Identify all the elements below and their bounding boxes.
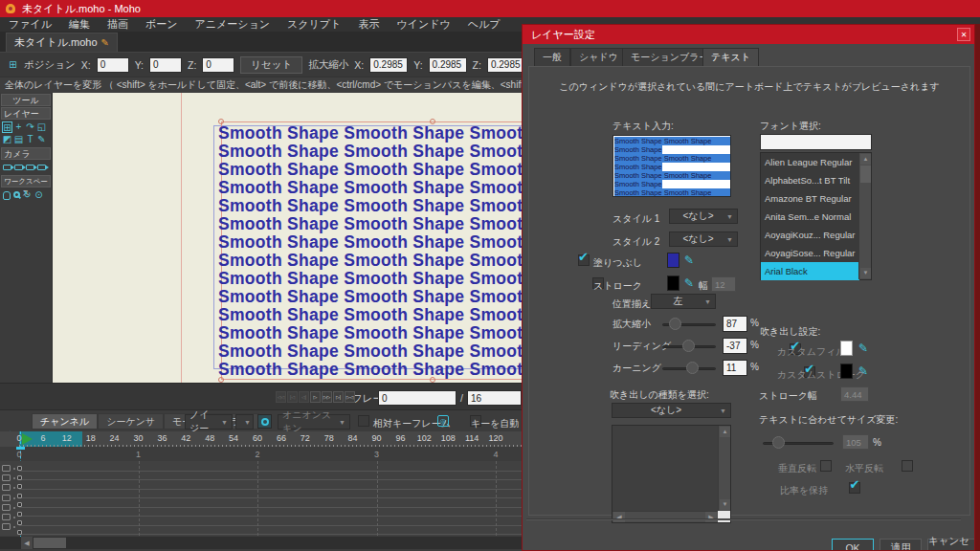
position-y-input[interactable]: 0 bbox=[149, 57, 182, 73]
transform-tool-button[interactable]: ⊞ bbox=[2, 121, 12, 133]
keyframe-marker[interactable] bbox=[17, 466, 22, 471]
leading-slider-knob[interactable] bbox=[682, 340, 695, 352]
artboard-canvas[interactable]: Smooth Shape Smooth Shape Smooth ShapeSm… bbox=[53, 93, 522, 383]
scale-y-input[interactable]: 0.2985 bbox=[429, 57, 467, 73]
rotate-tool-button[interactable]: ↷ bbox=[25, 121, 35, 133]
scroll-up-icon[interactable]: ▲ bbox=[720, 427, 730, 437]
keyframe-marker[interactable] bbox=[17, 484, 22, 489]
fit-slider-knob[interactable] bbox=[772, 436, 785, 449]
menu-item-ファイル[interactable]: ファイル bbox=[0, 17, 60, 32]
balloon-preview-listbox[interactable]: ▲ ▼ ◀ ▶ bbox=[612, 425, 731, 523]
document-tab[interactable]: 未タイトル.moho ✎ bbox=[6, 33, 118, 52]
draw-tool-button[interactable]: ✎ bbox=[36, 134, 47, 145]
fill-style-pen-icon[interactable]: ✎ bbox=[684, 253, 694, 267]
leading-input[interactable]: -37 bbox=[723, 338, 747, 354]
scroll-down-icon[interactable]: ▼ bbox=[720, 499, 730, 510]
custom-fill-pen-icon[interactable]: ✎ bbox=[858, 342, 868, 355]
current-frame-input[interactable]: 0 bbox=[378, 390, 457, 406]
scroll-left-icon[interactable]: ◀ bbox=[21, 537, 33, 549]
font-list-item[interactable]: Arial Black bbox=[761, 262, 859, 280]
menu-item-ヘルプ[interactable]: ヘルプ bbox=[459, 17, 509, 32]
camera-roll-tool-icon[interactable] bbox=[26, 165, 34, 170]
noise-interpolation-dropdown[interactable]: ノイジー▼ bbox=[185, 414, 233, 430]
custom-fill-swatch[interactable] bbox=[840, 341, 853, 356]
keyframe-marker[interactable] bbox=[17, 520, 22, 525]
step-forward-button[interactable]: ▷▷ bbox=[322, 391, 332, 403]
tab-text[interactable]: テキスト bbox=[702, 48, 759, 67]
keyframe-marker[interactable] bbox=[17, 494, 22, 498]
interpolation-mini-dropdown[interactable]: ▼ bbox=[235, 414, 254, 430]
vertical-flip-checkbox[interactable] bbox=[820, 460, 832, 472]
fill-checkbox[interactable]: ✔ bbox=[578, 254, 590, 266]
camera-zoom-tool-icon[interactable] bbox=[14, 165, 23, 170]
custom-stroke-swatch[interactable] bbox=[840, 364, 853, 379]
stroke-style-pen-icon[interactable]: ✎ bbox=[684, 276, 694, 290]
next-keyframe-button[interactable]: ▷| bbox=[333, 391, 344, 403]
apply-button[interactable]: 適用 bbox=[880, 539, 922, 551]
keyframe-marker[interactable] bbox=[17, 530, 22, 535]
balloon-list-hscrollbar[interactable]: ◀ ▶ bbox=[612, 511, 718, 522]
tab-general[interactable]: 一般 bbox=[534, 48, 570, 67]
orbit-view-tool-icon[interactable]: ⊙ bbox=[33, 189, 44, 201]
text-scale-slider-knob[interactable] bbox=[669, 318, 681, 330]
loop-button[interactable]: ▷◁ bbox=[345, 391, 355, 403]
fill-color-swatch[interactable] bbox=[667, 253, 679, 268]
tab-shadow[interactable]: シャドウ bbox=[570, 48, 627, 67]
position-z-input[interactable]: 0 bbox=[202, 57, 234, 73]
relative-keyframe-checkbox[interactable] bbox=[358, 415, 369, 427]
cycle-keyframe-button[interactable] bbox=[257, 414, 272, 429]
timeline-horizontal-scrollbar[interactable]: ◀ bbox=[0, 537, 522, 549]
scroll-down-icon[interactable]: ▼ bbox=[860, 268, 871, 278]
balloon-list-scrollbar[interactable]: ▲ ▼ bbox=[718, 426, 730, 511]
step-back-button[interactable]: ◁| bbox=[299, 391, 309, 403]
font-list-item[interactable]: AoyagiKouz... Regular bbox=[761, 226, 859, 244]
scrollbar-thumb[interactable] bbox=[33, 538, 66, 548]
ok-button[interactable]: OK bbox=[832, 539, 874, 551]
font-list-item[interactable]: AoyagiSose... Regular bbox=[761, 244, 859, 262]
onion-skin-dropdown[interactable]: オニオンスキン▼ bbox=[278, 414, 350, 430]
font-search-input[interactable] bbox=[760, 134, 872, 150]
tab-sequencer[interactable]: シーケンサ bbox=[98, 413, 164, 430]
scale-x-input[interactable]: 0.2985 bbox=[369, 57, 408, 73]
zoom-tool-icon[interactable] bbox=[13, 191, 20, 198]
menu-item-ボーン[interactable]: ボーン bbox=[137, 17, 187, 32]
position-reset-button[interactable]: リセット bbox=[240, 56, 302, 74]
keyframe-marker[interactable] bbox=[17, 475, 22, 480]
menu-item-ウインドウ[interactable]: ウインドウ bbox=[388, 17, 458, 32]
close-icon[interactable]: ✕ bbox=[957, 28, 970, 41]
tab-channels[interactable]: チャンネル bbox=[32, 413, 98, 430]
menu-item-描画[interactable]: 描画 bbox=[99, 17, 137, 32]
channels-area[interactable] bbox=[0, 461, 522, 536]
kerning-slider-knob[interactable] bbox=[686, 362, 699, 374]
font-list-item[interactable]: AlphabetSo...t BT Tilt bbox=[761, 171, 859, 189]
camera-track-tool-icon[interactable] bbox=[3, 165, 11, 170]
horizontal-flip-checkbox[interactable] bbox=[902, 460, 913, 472]
scroll-up-icon[interactable]: ▲ bbox=[860, 154, 871, 165]
stroke-color-swatch[interactable] bbox=[667, 276, 679, 291]
menu-item-編集[interactable]: 編集 bbox=[60, 17, 99, 32]
keyframe-marker[interactable] bbox=[17, 512, 22, 517]
custom-stroke-pen-icon[interactable]: ✎ bbox=[858, 364, 868, 378]
style1-dropdown[interactable]: <なし>▼ bbox=[669, 209, 738, 224]
keep-ratio-checkbox[interactable]: ✔ bbox=[849, 482, 860, 494]
font-list-item[interactable]: Amazone BT Regular bbox=[761, 189, 859, 208]
text-scale-input[interactable]: 87 bbox=[723, 316, 747, 332]
layers-tool-button[interactable]: ▤ bbox=[13, 134, 24, 145]
pan-tool-icon[interactable] bbox=[3, 191, 11, 200]
previous-keyframe-button[interactable]: |◁ bbox=[287, 391, 298, 403]
text-input-area[interactable]: Smooth Shape Smooth ShapeSmooth ShapeSmo… bbox=[612, 135, 731, 197]
scroll-left-icon[interactable]: ◀ bbox=[613, 512, 625, 522]
rotate-view-tool-icon[interactable]: ↻ bbox=[22, 189, 33, 201]
align-dropdown[interactable]: 左▼ bbox=[651, 294, 716, 309]
scale-z-input[interactable]: 0.2985 bbox=[487, 57, 525, 73]
style2-dropdown[interactable]: <なし>▼ bbox=[669, 231, 738, 247]
font-list-scrollbar[interactable]: ▲ ▼ bbox=[858, 153, 871, 279]
font-list-item[interactable]: Anita Sem...e Normal bbox=[761, 208, 859, 226]
cancel-button[interactable]: キャンセル bbox=[927, 539, 975, 551]
position-x-input[interactable]: 0 bbox=[97, 57, 129, 73]
scale-tool-button[interactable]: ◱ bbox=[36, 121, 47, 133]
scrollbar-thumb[interactable] bbox=[860, 165, 871, 183]
go-to-start-button[interactable]: ◁◁ bbox=[276, 391, 286, 403]
keyframe-marker[interactable] bbox=[17, 502, 22, 507]
total-frames-input[interactable]: 16 bbox=[467, 390, 522, 406]
